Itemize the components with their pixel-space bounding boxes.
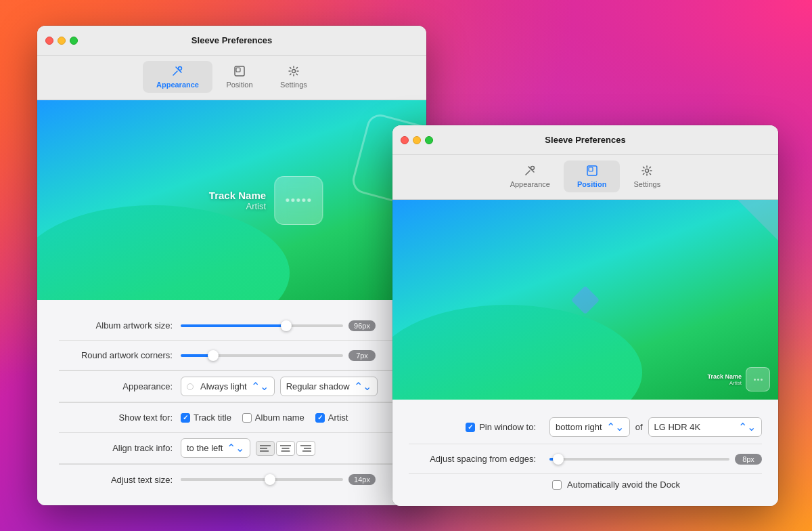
pin-window-content: bottom right ⌃⌄ of LG HDR 4K ⌃⌄	[549, 417, 762, 437]
window-appearance: Sleeve Preferences Appearance Position	[37, 26, 426, 505]
position-tab-icon	[233, 65, 246, 79]
show-text-row: Show text for: Track title Album name Ar…	[59, 403, 405, 433]
player-card-1: Track Name Artist	[209, 176, 323, 225]
album-name-label: Album name	[255, 412, 304, 423]
pin-position-dropdown[interactable]: bottom right ⌃⌄	[549, 417, 630, 437]
dot-3	[297, 198, 300, 202]
album-name-checkbox-item[interactable]: Album name	[242, 412, 304, 423]
album-size-thumb[interactable]	[281, 320, 292, 331]
text-size-label: Adjust text size:	[59, 475, 181, 485]
pin-window-text: Pin window to:	[479, 422, 536, 432]
album-size-fill	[181, 324, 286, 327]
align-buttons	[256, 441, 315, 456]
close-button-2[interactable]	[401, 136, 409, 144]
shadow-dropdown[interactable]: Regular shadow ⌃⌄	[280, 377, 378, 396]
auto-avoid-checkbox[interactable]	[552, 480, 562, 490]
round-corners-content: 7px	[181, 350, 405, 361]
svg-rect-15	[589, 167, 593, 171]
text-size-fill	[181, 478, 270, 481]
spacing-thumb[interactable]	[553, 454, 564, 465]
dot-5	[308, 198, 311, 202]
player-track-sm: Track Name	[707, 373, 742, 380]
svg-point-0	[179, 67, 182, 70]
album-size-value: 96px	[348, 320, 376, 331]
minimize-button-1[interactable]	[58, 37, 66, 45]
tab-settings-2[interactable]: Settings	[620, 161, 674, 192]
round-corners-row: Round artwork corners: 7px	[59, 341, 405, 370]
appearance-row: Appearance: Always light ⌃⌄ Regular shad…	[59, 371, 405, 402]
artist-checkbox[interactable]	[315, 413, 325, 423]
player-artist-sm: Artist	[707, 380, 742, 386]
align-dropdown[interactable]: to the left ⌃⌄	[181, 438, 250, 458]
spacing-slider[interactable]	[549, 458, 729, 461]
close-button-1[interactable]	[45, 37, 53, 45]
minimize-button-2[interactable]	[413, 136, 421, 144]
artist-label: Artist	[328, 412, 348, 423]
appearance-dropdown[interactable]: Always light ⌃⌄	[181, 377, 275, 396]
align-center-button[interactable]	[276, 441, 295, 456]
track-title-checkbox-item[interactable]: Track title	[181, 412, 231, 423]
align-right-button[interactable]	[296, 441, 315, 456]
svg-point-13	[531, 167, 535, 170]
toolbar-2: Appearance Position Settings	[392, 155, 778, 200]
align-option: to the left	[187, 443, 223, 453]
spacing-label: Adjust spacing from edges:	[409, 454, 544, 464]
tab-position-1[interactable]: Position	[212, 61, 267, 93]
traffic-lights-2	[392, 136, 433, 144]
round-corners-slider[interactable]	[181, 354, 343, 357]
dot-2	[292, 198, 295, 202]
maximize-button-1[interactable]	[70, 37, 78, 45]
show-text-checkboxes: Track title Album name Artist	[181, 412, 348, 423]
round-corners-label: Round artwork corners:	[59, 350, 181, 360]
traffic-lights-1	[37, 37, 78, 45]
player-text-1: Track Name Artist	[209, 190, 266, 211]
maximize-button-2[interactable]	[425, 136, 433, 144]
align-track-row: Align track info: to the left ⌃⌄	[59, 433, 405, 464]
album-art-1	[274, 176, 323, 225]
auto-avoid-label: Automatically avoid the Dock	[567, 480, 680, 490]
text-size-slider[interactable]	[181, 478, 343, 481]
album-art-2	[746, 367, 770, 391]
album-name-checkbox[interactable]	[242, 413, 252, 423]
appearance-circle-icon	[187, 383, 194, 390]
album-art-dots-sm	[754, 379, 763, 381]
album-size-slider[interactable]	[181, 324, 343, 327]
text-size-thumb[interactable]	[265, 474, 275, 485]
round-corners-thumb[interactable]	[208, 350, 219, 361]
auto-avoid-row: Automatically avoid the Dock	[409, 474, 762, 495]
controls-area-1: Album artwork size: 96px Round artwork c…	[37, 300, 426, 505]
tab-settings-label-1: Settings	[280, 81, 307, 89]
appearance-tab-icon	[171, 65, 183, 79]
pin-window-row: Pin window to: bottom right ⌃⌄ of LG HDR…	[409, 410, 762, 444]
tab-appearance-label-1: Appearance	[156, 81, 199, 89]
dot-sm-2	[757, 379, 759, 381]
tab-appearance-2[interactable]: Appearance	[497, 161, 564, 192]
dot-sm-1	[754, 379, 756, 381]
album-art-dots	[286, 198, 311, 202]
player-card-2: Track Name Artist	[707, 367, 770, 391]
tab-settings-1[interactable]: Settings	[267, 61, 321, 93]
album-size-row: Album artwork size: 96px	[59, 311, 405, 341]
pin-position-chevron: ⌃⌄	[606, 421, 624, 433]
monitor-dropdown[interactable]: LG HDR 4K ⌃⌄	[648, 417, 763, 437]
pin-window-checkbox[interactable]	[466, 423, 475, 432]
dot-1	[286, 198, 290, 202]
monitor-value: LG HDR 4K	[654, 422, 701, 432]
position-tab-icon-2	[586, 165, 598, 179]
align-left-button[interactable]	[256, 441, 275, 456]
tab-appearance-1[interactable]: Appearance	[143, 61, 212, 93]
track-title-checkbox[interactable]	[181, 413, 190, 423]
pos-controls: Pin window to: bottom right ⌃⌄ of LG HDR…	[392, 400, 778, 506]
window-title-1: Sleeve Preferences	[191, 35, 272, 45]
tab-position-2[interactable]: Position	[564, 161, 620, 192]
artist-checkbox-item[interactable]: Artist	[315, 412, 348, 423]
triangle-decoration	[738, 200, 778, 240]
align-track-label: Align track info:	[59, 443, 181, 453]
align-chevron: ⌃⌄	[227, 442, 244, 454]
shadow-chevron: ⌃⌄	[354, 380, 371, 393]
appearance-chevron: ⌃⌄	[251, 380, 269, 393]
diamond-decoration	[571, 285, 600, 314]
tab-appearance-label-2: Appearance	[510, 180, 550, 188]
text-size-content: 14px	[181, 474, 405, 485]
spacing-value: 8px	[735, 454, 762, 465]
